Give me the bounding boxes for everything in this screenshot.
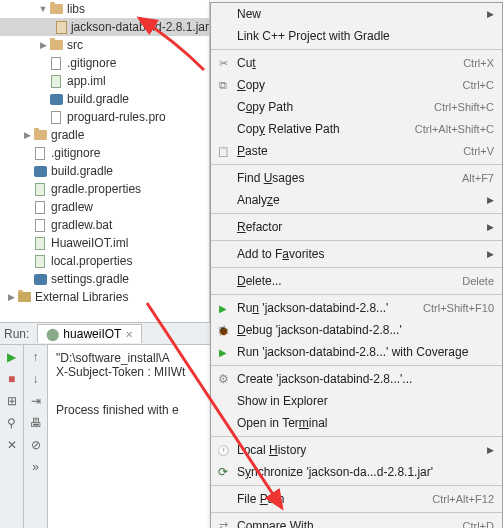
- tree-folder-gradle[interactable]: ▶gradle: [0, 126, 209, 144]
- tree-label: build.gradle: [67, 92, 129, 106]
- ctx-delete[interactable]: Delete...Delete: [211, 270, 502, 292]
- run-tab[interactable]: ⬤ huaweiIOT ✕: [37, 324, 142, 343]
- tree-file-gitignore2[interactable]: .gitignore: [0, 144, 209, 162]
- tree-label: External Libraries: [35, 290, 128, 304]
- tree-label: proguard-rules.pro: [67, 110, 166, 124]
- ctx-link-cpp[interactable]: Link C++ Project with Gradle: [211, 25, 502, 47]
- copy-icon: [215, 77, 231, 93]
- close-icon[interactable]: ✕: [125, 329, 133, 340]
- diff-icon: [215, 518, 231, 528]
- tree-label: gradlew.bat: [51, 218, 112, 232]
- tree-file-gradleprops[interactable]: gradle.properties: [0, 180, 209, 198]
- layout-button[interactable]: ⊞: [4, 393, 20, 409]
- down-button[interactable]: ↓: [28, 371, 44, 387]
- close-panel-button[interactable]: ✕: [4, 437, 20, 453]
- tree-file-localprops[interactable]: local.properties: [0, 252, 209, 270]
- run-toolbar-left: ▶ ■ ⊞ ⚲ ✕: [0, 345, 24, 528]
- run-toolbar-left2: ↑ ↓ ⇥ 🖶 ⊘ »: [24, 345, 48, 528]
- ctx-paste[interactable]: PasteCtrl+V: [211, 140, 502, 162]
- tree-file-gradlewbat[interactable]: gradlew.bat: [0, 216, 209, 234]
- more-button[interactable]: »: [28, 459, 44, 475]
- tree-label: build.gradle: [51, 164, 113, 178]
- annotation-arrow: [142, 298, 302, 518]
- ctx-refactor[interactable]: Refactor▶: [211, 216, 502, 238]
- ctx-favorites[interactable]: Add to Favorites▶: [211, 243, 502, 265]
- ctx-find-usages[interactable]: Find UsagesAlt+F7: [211, 167, 502, 189]
- annotation-arrow: [84, 10, 214, 80]
- tree-label: gradle.properties: [51, 182, 141, 196]
- ctx-new[interactable]: New▶: [211, 3, 502, 25]
- clear-button[interactable]: ⊘: [28, 437, 44, 453]
- tree-label: settings.gradle: [51, 272, 129, 286]
- tree-label: gradlew: [51, 200, 93, 214]
- run-tab-label: huaweiIOT: [63, 327, 121, 341]
- ctx-cut[interactable]: CutCtrl+X: [211, 52, 502, 74]
- tree-label: libs: [67, 2, 85, 16]
- rerun-button[interactable]: ▶: [4, 349, 20, 365]
- tree-file-proguard[interactable]: proguard-rules.pro: [0, 108, 209, 126]
- up-button[interactable]: ↑: [28, 349, 44, 365]
- tree-label: local.properties: [51, 254, 132, 268]
- stop-button[interactable]: ■: [4, 371, 20, 387]
- paste-icon: [215, 143, 231, 159]
- run-panel-title: Run:: [4, 327, 29, 341]
- wrap-button[interactable]: ⇥: [28, 393, 44, 409]
- tree-label: gradle: [51, 128, 84, 142]
- ctx-analyze[interactable]: Analyze▶: [211, 189, 502, 211]
- tree-file-huaweiiml[interactable]: HuaweiIOT.iml: [0, 234, 209, 252]
- tree-label: .gitignore: [51, 146, 100, 160]
- ctx-copy[interactable]: CopyCtrl+C: [211, 74, 502, 96]
- android-icon: ⬤: [46, 327, 59, 341]
- tree-label: HuaweiIOT.iml: [51, 236, 128, 250]
- tree-file-buildgradle2[interactable]: build.gradle: [0, 162, 209, 180]
- tree-file-buildgradle[interactable]: build.gradle: [0, 90, 209, 108]
- tree-file-gradlew[interactable]: gradlew: [0, 198, 209, 216]
- print-button[interactable]: 🖶: [28, 415, 44, 431]
- tree-file-settings[interactable]: settings.gradle: [0, 270, 209, 288]
- tree-label: src: [67, 38, 83, 52]
- cut-icon: [215, 55, 231, 71]
- ctx-copy-relative-path[interactable]: Copy Relative PathCtrl+Alt+Shift+C: [211, 118, 502, 140]
- ctx-copy-path[interactable]: Copy PathCtrl+Shift+C: [211, 96, 502, 118]
- pin-button[interactable]: ⚲: [4, 415, 20, 431]
